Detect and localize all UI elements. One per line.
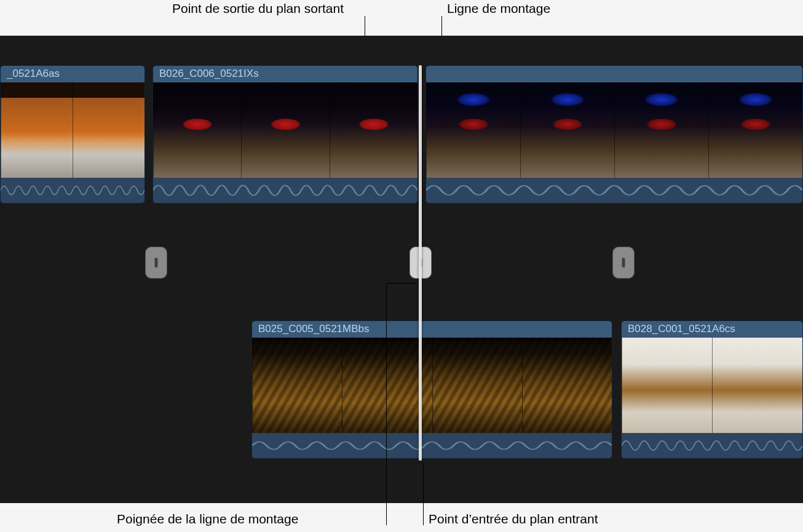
label-out-point: Point de sortie du plan sortant <box>172 1 344 16</box>
thumbnail <box>73 82 144 178</box>
clip-title: _0521A6as <box>1 66 144 82</box>
thumbnail <box>153 82 241 178</box>
clip-thumbnails <box>622 338 802 433</box>
splice-handle[interactable] <box>612 247 635 279</box>
clip-title: B026_C006_0521IXs <box>153 66 417 82</box>
thumbnail <box>426 82 520 178</box>
thumbnail <box>520 82 614 178</box>
clip-audio <box>622 433 802 458</box>
clip-thumbnails <box>1 82 144 178</box>
splice-handle[interactable] <box>145 247 167 279</box>
clip[interactable] <box>425 65 803 204</box>
clip[interactable]: B028_C001_0521A6cs <box>621 320 803 459</box>
connector-in-point-v <box>423 463 424 525</box>
clip[interactable]: B026_C006_0521IXs <box>152 65 418 204</box>
thumbnail <box>712 338 802 433</box>
top-callouts: Point de sortie du plan sortant Ligne de… <box>0 0 803 37</box>
clip-audio <box>426 178 802 203</box>
thumbnail <box>241 82 329 178</box>
connector-handle-v <box>386 283 387 525</box>
clip-title: B028_C001_0521A6cs <box>622 321 802 338</box>
edit-line[interactable] <box>419 65 422 461</box>
thumbnail <box>622 338 712 433</box>
label-edit-line: Ligne de montage <box>447 1 550 16</box>
clip-title: B025_C005_0521MBbs <box>252 321 612 338</box>
clip-audio <box>153 178 417 203</box>
connector-handle-h <box>386 283 416 284</box>
timeline-editor: _0521A6as B026_C006_0521IXs <box>0 36 803 503</box>
thumbnail <box>252 338 342 433</box>
thumbnail <box>614 82 708 178</box>
clip-title <box>426 66 802 82</box>
clip-thumbnails <box>426 82 802 178</box>
label-edit-line-handle: Poignée de la ligne de montage <box>117 512 298 526</box>
clip-thumbnails <box>252 338 612 433</box>
clip[interactable]: B025_C005_0521MBbs <box>251 320 612 459</box>
angle-track-top: _0521A6as B026_C006_0521IXs <box>0 65 803 204</box>
label-in-point: Point d’entrée du plan entrant <box>429 512 598 526</box>
clip[interactable]: _0521A6as <box>0 65 145 204</box>
thumbnail <box>432 338 522 433</box>
angle-track-bottom: B025_C005_0521MBbs B028_C001_0521A6cs <box>0 320 803 459</box>
thumbnail <box>1 82 73 178</box>
clip-audio <box>252 433 612 458</box>
thumbnail <box>330 82 417 178</box>
clip-audio <box>1 178 144 203</box>
thumbnail <box>708 82 802 178</box>
thumbnail <box>522 338 612 433</box>
clip-thumbnails <box>153 82 417 178</box>
